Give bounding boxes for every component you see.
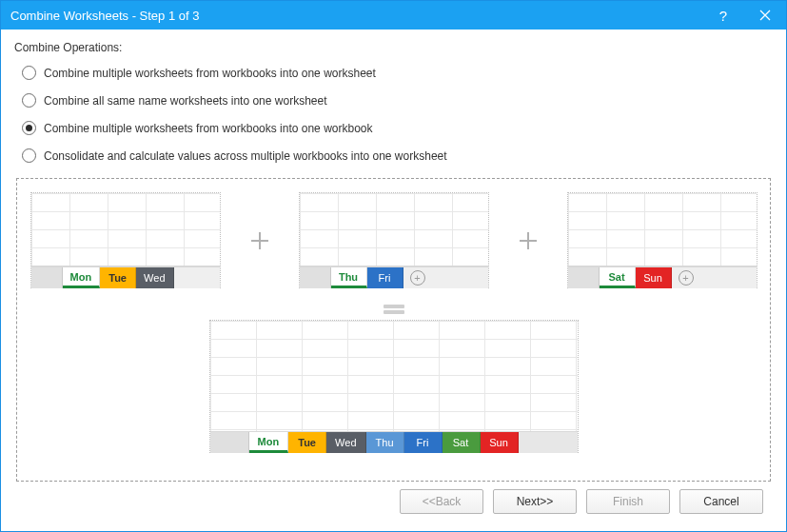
source-workbook-3: Sat Sun + <box>567 192 757 288</box>
radio-icon <box>22 148 36 163</box>
close-icon <box>759 10 771 21</box>
sheet-tab-mon: Mon <box>63 267 101 288</box>
radio-label: Combine all same name worksheets into on… <box>44 94 326 108</box>
sheet-tabbar: Mon Tue Wed Thu Fri Sat Sun <box>210 431 578 453</box>
radio-label: Consolidate and calculate values across … <box>44 149 447 163</box>
sheet-tab-sun: Sun <box>481 432 519 453</box>
finish-button[interactable]: Finish <box>586 489 670 514</box>
tab-scroll-area <box>568 267 600 288</box>
sheet-tabbar: Sat Sun + <box>568 266 757 288</box>
source-row: Mon Tue Wed Thu Fri <box>17 192 770 288</box>
sheet-tabbar: Thu Fri + <box>300 266 488 288</box>
radio-label: Combine multiple worksheets from workboo… <box>44 67 376 80</box>
worksheet-grid <box>300 193 488 266</box>
sheet-tabbar: Mon Tue Wed <box>31 266 220 288</box>
radio-option-4[interactable]: Consolidate and calculate values across … <box>22 148 777 163</box>
tab-scroll-area <box>210 432 249 453</box>
sheet-tab-thu: Thu <box>366 432 404 453</box>
sheet-tab-thu: Thu <box>331 267 367 288</box>
sheet-tab-mon: Mon <box>249 432 289 453</box>
dialog-body: Combine Operations: Combine multiple wor… <box>1 30 786 531</box>
radio-icon <box>22 66 36 80</box>
source-workbook-2: Thu Fri + <box>299 192 489 288</box>
titlebar: Combine Worksheets - Step 1 of 3 ? <box>1 1 786 30</box>
radio-icon <box>22 121 36 135</box>
cancel-button[interactable]: Cancel <box>679 489 763 514</box>
plus-circle-icon: + <box>410 270 425 286</box>
sheet-tab-fri: Fri <box>367 267 403 288</box>
close-button[interactable] <box>744 1 786 30</box>
illustration-panel: Mon Tue Wed Thu Fri <box>16 178 771 482</box>
worksheet-grid <box>31 193 220 266</box>
plus-icon <box>517 229 540 252</box>
add-sheet-button: + <box>672 267 700 288</box>
tabbar-spacer <box>519 432 578 453</box>
dialog-window: Combine Worksheets - Step 1 of 3 ? Combi… <box>0 0 787 532</box>
result-workbook: Mon Tue Wed Thu Fri Sat Sun <box>209 320 579 453</box>
dialog-footer: <<Back Next>> Finish Cancel <box>10 487 777 525</box>
source-workbook-1: Mon Tue Wed <box>30 192 221 288</box>
sheet-tab-tue: Tue <box>288 432 326 453</box>
sheet-tab-wed: Wed <box>326 432 365 453</box>
sheet-tab-sat: Sat <box>600 267 636 288</box>
back-button[interactable]: <<Back <box>400 489 483 514</box>
sheet-tab-sat: Sat <box>443 432 481 453</box>
radio-label: Combine multiple worksheets from workboo… <box>44 122 373 135</box>
plus-icon <box>248 229 271 252</box>
radio-icon <box>22 93 36 108</box>
plus-circle-icon: + <box>679 270 694 286</box>
sheet-tab-sun: Sun <box>636 267 672 288</box>
radio-option-1[interactable]: Combine multiple worksheets from workboo… <box>22 66 777 80</box>
help-button[interactable]: ? <box>702 1 744 30</box>
equals-icon <box>384 303 404 316</box>
worksheet-grid <box>210 321 578 431</box>
sheet-tab-tue: Tue <box>100 267 136 288</box>
next-button[interactable]: Next>> <box>493 489 577 514</box>
worksheet-grid <box>568 193 757 266</box>
tab-scroll-area <box>31 267 63 288</box>
section-title: Combine Operations: <box>14 41 777 54</box>
radio-option-3[interactable]: Combine multiple worksheets from workboo… <box>22 121 777 135</box>
window-title: Combine Worksheets - Step 1 of 3 <box>10 9 702 23</box>
sheet-tab-wed: Wed <box>136 267 173 288</box>
radio-option-2[interactable]: Combine all same name worksheets into on… <box>22 93 777 108</box>
tab-scroll-area <box>300 267 331 288</box>
add-sheet-button: + <box>403 267 432 288</box>
sheet-tab-fri: Fri <box>404 432 443 453</box>
radio-group-combine-operations: Combine multiple worksheets from workboo… <box>22 60 777 170</box>
